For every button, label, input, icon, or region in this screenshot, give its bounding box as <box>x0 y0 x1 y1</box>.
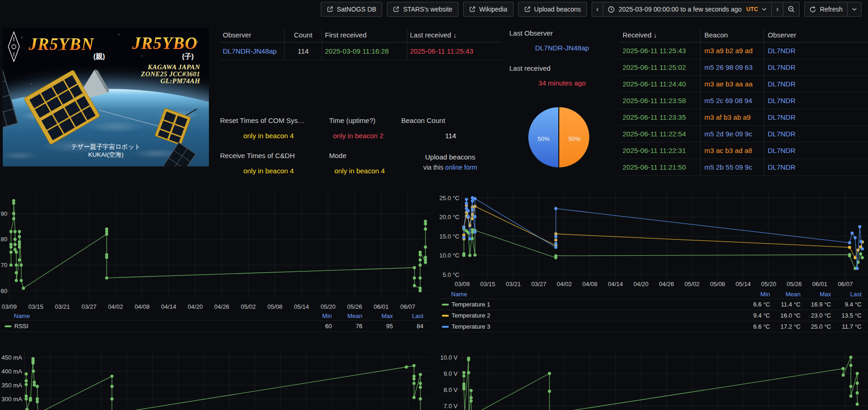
svg-text:350 mA: 350 mA <box>1 382 22 389</box>
received-cell: 2025-06-11 11:25:43 <box>619 43 700 59</box>
series-min: 6.6 °C <box>740 323 770 330</box>
child-suffix: (子) <box>182 52 194 61</box>
column-header-observer[interactable]: Observer <box>220 28 284 42</box>
station-location: KAGAWA JAPAN ZONE25 JCC#3601 GL:PM74AH <box>141 64 200 85</box>
stat-value-mode: only in beacon 4 <box>334 167 385 175</box>
zoom-out-time-button[interactable] <box>783 2 799 16</box>
observer-link[interactable]: DL7NDR-JN48ap <box>220 43 284 60</box>
last-observer-link[interactable]: DL7NDR-JN48ap <box>535 44 589 52</box>
table-header-row: Received ↓ Beacon Observer <box>619 28 868 43</box>
observer-link[interactable]: DL7NDR <box>764 159 868 175</box>
refresh-interval-dropdown[interactable] <box>847 2 861 16</box>
time-shift-forward-button[interactable]: › <box>771 2 783 16</box>
legend-header-name[interactable]: Name <box>442 291 740 298</box>
beacon-cell: m3 ae b3 aa aa <box>700 76 764 92</box>
refresh-button[interactable]: Refresh <box>805 2 847 16</box>
svg-text:05/02: 05/02 <box>241 303 256 310</box>
stat-title-reset-com: Reset Times of COM Sys… <box>220 116 305 124</box>
beacon-cell: m5 2b 55 09 9c <box>700 159 764 175</box>
time-range-picker[interactable]: 2025-03-09 00:00:00 to a few seconds ago… <box>603 2 771 16</box>
legend-header-mean[interactable]: Mean <box>332 312 362 319</box>
legend-header-max[interactable]: Max <box>362 312 393 319</box>
observer-link[interactable]: DL7NDR <box>764 59 868 75</box>
refresh-label: Refresh <box>820 6 843 13</box>
series-last: 9.4 °C <box>831 301 862 308</box>
satnogs-db-button[interactable]: SatNOGS DB <box>321 2 383 17</box>
caption-line: テザー親子宇宙ロボット <box>3 143 209 151</box>
parent-suffix: (親) <box>93 52 105 61</box>
svg-text:03/21: 03/21 <box>506 281 521 288</box>
column-header-beacon[interactable]: Beacon <box>700 28 764 42</box>
clock-icon <box>608 6 615 13</box>
observer-link[interactable]: DL7NDR <box>764 142 868 159</box>
table-row: 2025-06-11 11:22:31 m3 ac b3 ad a8 DL7ND… <box>619 142 868 159</box>
svg-text:03/27: 03/27 <box>81 303 97 310</box>
stat-value-reset-com: only in beacon 4 <box>243 132 293 140</box>
stat-title-mode: Mode <box>329 152 347 159</box>
legend-row-temperature-3[interactable]: Temperature 3 6.6 °C 17.2 °C 25.0 °C 11.… <box>437 321 868 332</box>
svg-text:06/01: 06/01 <box>812 281 827 288</box>
legend-header-min[interactable]: Min <box>301 312 332 319</box>
legend-header-name[interactable]: Name <box>5 312 301 319</box>
temperature-chart[interactable]: 03/0903/1503/2103/2704/0204/0804/1404/20… <box>437 188 868 290</box>
legend-header-row: Name Min Mean Max Last <box>437 290 868 299</box>
stat-value-uptime: only in beacon 2 <box>333 132 383 140</box>
series-mean: 16.0 °C <box>770 312 801 319</box>
pie-label-right: 50% <box>568 135 581 142</box>
svg-text:05/14: 05/14 <box>736 281 751 288</box>
current-chart[interactable]: 450 mA400 mA350 mA300 mA <box>0 349 430 410</box>
jarl-diamond-logo <box>8 31 20 62</box>
callsign-child: JR5YBO <box>132 33 198 53</box>
stat-value-receive-cdh: only in beacon 4 <box>243 167 293 175</box>
legend-header-min[interactable]: Min <box>740 291 770 298</box>
observer-link[interactable]: DL7NDR <box>764 76 868 92</box>
beacon-cell: m5 2c 69 08 94 <box>700 92 764 109</box>
observer-link[interactable]: DL7NDR <box>764 43 868 59</box>
legend-header-last[interactable]: Last <box>831 291 862 298</box>
column-header-first-received[interactable]: First received <box>322 28 407 42</box>
rssi-chart[interactable]: 03/0903/1503/2103/2704/0204/0804/1404/20… <box>0 188 430 312</box>
table-header-row: Observer Count First received Last recei… <box>220 28 502 43</box>
series-swatch <box>5 325 12 327</box>
legend-header-last[interactable]: Last <box>393 312 423 319</box>
table-row: 2025-06-11 11:25:43 m3 a9 b2 a9 ad DL7ND… <box>619 43 868 59</box>
legend-row-temperature-1[interactable]: Temperature 1 6.6 °C 11.4 °C 16.9 °C 9.4… <box>437 299 868 310</box>
upload-beacons-panel: Upload beacons via this online form <box>423 153 477 171</box>
column-header-observer[interactable]: Observer <box>764 28 868 42</box>
svg-text:8.0 V: 8.0 V <box>444 386 458 393</box>
legend-row-temperature-2[interactable]: Temperature 2 9.4 °C 16.0 °C 23.0 °C 13.… <box>437 310 868 321</box>
received-cell: 2025-06-11 11:23:35 <box>619 109 700 125</box>
observer-link[interactable]: DL7NDR <box>764 109 868 125</box>
observer-link[interactable]: DL7NDR <box>764 126 868 142</box>
svg-text:7.0 V: 7.0 V <box>444 403 458 410</box>
series-max: 16.9 °C <box>801 301 831 308</box>
series-last: 11.7 °C <box>831 323 862 330</box>
observer-link[interactable]: DL7NDR <box>764 92 868 109</box>
upload-beacons-button[interactable]: Upload beacons <box>518 2 587 17</box>
legend-header-mean[interactable]: Mean <box>770 291 801 298</box>
svg-text:10.0 V: 10.0 V <box>440 354 458 361</box>
series-last: 13.5 °C <box>831 312 862 319</box>
series-min: 60 <box>301 323 332 330</box>
voltage-chart[interactable]: 10.0 V9.0 V8.0 V7.0 V <box>437 349 868 410</box>
legend-header-row: Name Min Mean Max Last <box>0 312 430 321</box>
svg-text:90: 90 <box>1 210 7 217</box>
refresh-controls: Refresh <box>804 2 862 17</box>
time-shift-back-button[interactable]: ‹ <box>592 2 603 16</box>
svg-text:05/20: 05/20 <box>320 303 336 310</box>
online-form-link[interactable]: online form <box>445 164 477 171</box>
svg-text:70: 70 <box>1 262 7 269</box>
column-header-last-received[interactable]: Last received ↓ <box>407 28 502 42</box>
column-header-count[interactable]: Count <box>284 28 322 42</box>
legend-header-max[interactable]: Max <box>801 291 831 298</box>
svg-text:03/15: 03/15 <box>28 303 43 310</box>
column-header-received[interactable]: Received ↓ <box>619 28 700 42</box>
series-swatch <box>442 304 449 306</box>
stat-title-uptime: Time (uptime?) <box>329 116 375 124</box>
chevron-right-icon: › <box>776 5 779 14</box>
external-link-icon <box>524 6 531 12</box>
svg-text:60: 60 <box>1 288 7 294</box>
legend-row-rssi[interactable]: RSSI 60 76 95 84 <box>0 321 430 332</box>
wikipedia-button[interactable]: Wikipedia <box>463 2 513 17</box>
stars-website-button[interactable]: STARS's website <box>387 2 458 17</box>
